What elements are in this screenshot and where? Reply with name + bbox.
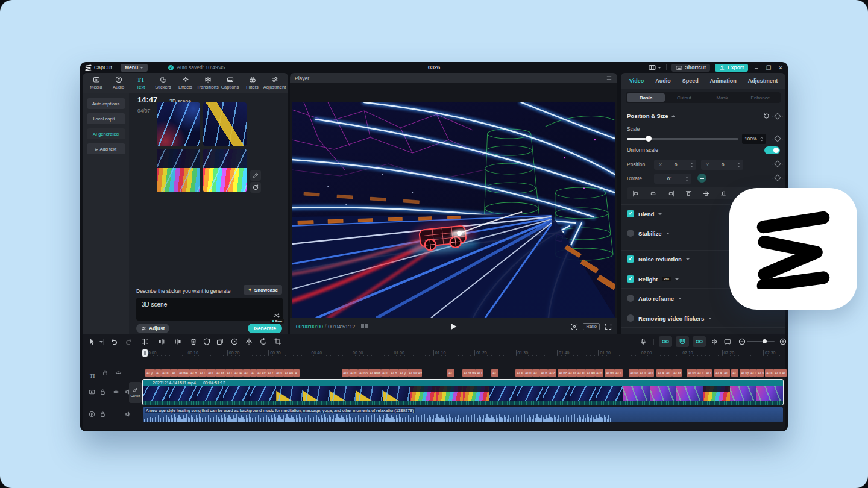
sidebar-item-ai-generated[interactable]: AI generated bbox=[87, 128, 125, 139]
caption-clip[interactable]: AI bbox=[243, 369, 250, 377]
maximize-button[interactable]: ❐ bbox=[765, 64, 772, 71]
tab-captions[interactable]: Captions bbox=[219, 76, 241, 90]
caption-clip[interactable]: AI sp bbox=[740, 369, 749, 377]
caption-clip[interactable]: AI bbox=[781, 369, 787, 377]
preview-axis-button[interactable] bbox=[723, 337, 732, 346]
caption-clip[interactable]: AI ea bbox=[283, 369, 294, 377]
delete-button[interactable] bbox=[189, 337, 198, 346]
caption-clip[interactable]: AI so bbox=[629, 369, 638, 377]
checkbox-removing-video-flickers[interactable] bbox=[627, 314, 634, 322]
tab-effects[interactable]: Effects bbox=[175, 76, 196, 90]
caption-clip[interactable]: AI l bbox=[647, 369, 654, 377]
showcase-button[interactable]: ✦ Showcase bbox=[244, 285, 282, 295]
caption-clip[interactable]: AI s bbox=[756, 369, 764, 377]
checkbox-noise-reduction[interactable]: ✓ bbox=[627, 255, 634, 263]
menu-button[interactable]: Menu bbox=[121, 64, 148, 72]
split-left-button[interactable] bbox=[157, 337, 166, 346]
caption-clip[interactable]: AI ar bbox=[215, 369, 225, 377]
quality-icon[interactable] bbox=[361, 324, 368, 328]
caption-clip[interactable]: AI a bbox=[656, 369, 665, 377]
tab-stickers[interactable]: Stickers bbox=[153, 76, 174, 90]
sidebar-item-add-text[interactable]: ▶Add text bbox=[87, 143, 125, 154]
caption-clip[interactable]: A bbox=[294, 369, 300, 377]
caption-clip[interactable]: A bbox=[155, 369, 161, 377]
caption-clip[interactable]: AI an bbox=[567, 369, 576, 377]
zoom-in-button[interactable] bbox=[778, 337, 788, 346]
caption-clip[interactable]: AI i bbox=[225, 369, 233, 377]
caption-clip[interactable]: AI u bbox=[524, 369, 532, 377]
text-track-text-icon[interactable]: TI bbox=[90, 369, 95, 380]
player-menu-icon[interactable] bbox=[606, 75, 612, 81]
caption-clip[interactable]: AI bbox=[171, 369, 178, 377]
tool-chevron-down-icon[interactable] bbox=[96, 337, 106, 346]
caption-clip[interactable]: AI s bbox=[275, 369, 283, 377]
tab-media[interactable]: Media bbox=[86, 76, 107, 90]
caption-clip[interactable]: AI bbox=[491, 369, 498, 377]
caption-clip[interactable]: AI y bbox=[398, 369, 407, 377]
microphone-button[interactable] bbox=[638, 337, 648, 346]
audio-track-music-icon[interactable] bbox=[89, 411, 95, 418]
caption-clip[interactable]: AI bbox=[731, 369, 738, 377]
caption-clip[interactable]: AI c bbox=[548, 369, 556, 377]
caption-clip[interactable]: AI and t bbox=[368, 369, 381, 377]
crop-button[interactable] bbox=[273, 337, 283, 346]
generated-sticker-4[interactable] bbox=[203, 149, 247, 192]
tab-adjustment[interactable]: Adjustment bbox=[264, 76, 285, 90]
checkbox-auto-reframe[interactable] bbox=[627, 295, 634, 302]
edit-sticker-button[interactable] bbox=[250, 170, 261, 181]
caption-clip[interactable]: AI si bbox=[576, 369, 585, 377]
play-button[interactable] bbox=[451, 324, 456, 330]
generated-sticker-2[interactable] bbox=[203, 102, 247, 146]
zoom-slider-thumb[interactable] bbox=[763, 339, 767, 343]
tab-transitions[interactable]: Transitions bbox=[197, 76, 218, 90]
unlink-button[interactable] bbox=[709, 337, 719, 346]
zoom-slider[interactable] bbox=[747, 341, 775, 342]
tab-text[interactable]: TIText bbox=[130, 76, 151, 90]
caption-clip[interactable]: AI so bbox=[687, 369, 696, 377]
caption-clip[interactable]: AI b bbox=[189, 369, 198, 377]
section-removing-video-flickers[interactable]: Removing video flickers bbox=[621, 313, 785, 323]
tab-audio[interactable]: Audio bbox=[108, 76, 129, 90]
checkbox-relight[interactable]: ✓ bbox=[627, 275, 634, 283]
caption-clip[interactable]: AI bbox=[665, 369, 672, 377]
video-clip[interactable]: 20231214-141511.mp4 00:04:51:12 bbox=[143, 380, 783, 405]
caption-clip[interactable]: A bbox=[250, 369, 256, 377]
layout-switch-button[interactable] bbox=[649, 64, 661, 71]
rotate-button[interactable] bbox=[259, 337, 268, 346]
close-button[interactable]: ✕ bbox=[777, 64, 784, 71]
adjust-button[interactable]: Adjust bbox=[136, 324, 169, 333]
caption-clip[interactable]: AI li bbox=[696, 369, 705, 377]
tab-filters[interactable]: Filters bbox=[242, 76, 263, 90]
caption-clip[interactable]: AI li bbox=[614, 369, 623, 377]
magnet-snapping-button[interactable] bbox=[676, 336, 689, 347]
caption-clip[interactable]: AI a bbox=[765, 369, 773, 377]
caption-clip[interactable]: AI li bbox=[638, 369, 647, 377]
video-viewport[interactable] bbox=[292, 102, 615, 318]
caption-clip[interactable]: AI l bbox=[476, 369, 483, 377]
split-right-button[interactable] bbox=[173, 337, 183, 346]
caption-clip[interactable]: AI an bbox=[585, 369, 595, 377]
caption-clip[interactable]: AI le bbox=[233, 369, 243, 377]
minimize-button[interactable]: – bbox=[753, 64, 760, 71]
shuffle-icon[interactable] bbox=[273, 312, 280, 319]
caption-clip[interactable]: AI for ex bbox=[407, 369, 422, 377]
text-track-lock-icon[interactable] bbox=[102, 369, 108, 376]
caption-clip[interactable]: AI wi bbox=[605, 369, 614, 377]
caption-clip[interactable]: AI or we bbox=[462, 369, 476, 377]
generate-button[interactable]: Generate bbox=[248, 324, 282, 333]
generated-sticker-1[interactable] bbox=[157, 102, 200, 146]
undo-button[interactable] bbox=[109, 337, 119, 346]
mirror-button[interactable] bbox=[244, 337, 254, 346]
audio-clip[interactable]: A new age style healing song that can be… bbox=[143, 407, 783, 422]
shortcut-button[interactable]: Shortcut bbox=[671, 64, 710, 72]
caption-clip[interactable]: AI f bbox=[595, 369, 603, 377]
fullscreen-icon[interactable] bbox=[605, 323, 612, 330]
caption-clip[interactable]: AI l bbox=[207, 369, 215, 377]
sidebar-item-auto-captions[interactable]: Auto captions bbox=[87, 98, 125, 109]
caption-clip[interactable]: AI l bbox=[705, 369, 712, 377]
select-tool-button[interactable] bbox=[87, 337, 97, 346]
caption-clip[interactable]: AI b bbox=[539, 369, 548, 377]
caption-clip[interactable]: AI fi bbox=[349, 369, 358, 377]
video-track-lock-icon[interactable] bbox=[99, 389, 106, 395]
caption-clip[interactable]: AI i bbox=[342, 369, 349, 377]
